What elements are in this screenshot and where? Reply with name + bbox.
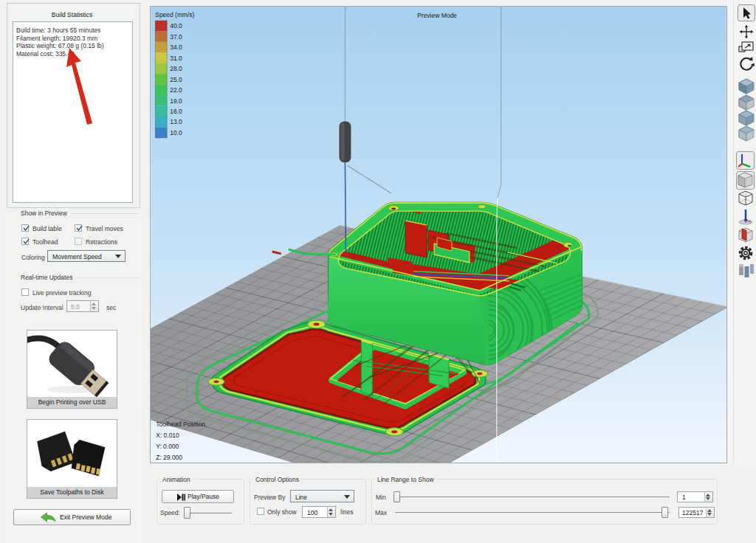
svg-text:X: 0.010: X: 0.010 <box>156 432 179 439</box>
svg-text:19.0: 19.0 <box>170 97 182 105</box>
svg-text:34.0: 34.0 <box>170 44 182 51</box>
svg-text:13.0: 13.0 <box>170 118 182 125</box>
svg-text:25.0: 25.0 <box>170 76 182 83</box>
svg-text:31.0: 31.0 <box>170 55 182 62</box>
svg-text:28.0: 28.0 <box>170 65 182 72</box>
svg-text:Z: 29.000: Z: 29.000 <box>156 454 182 461</box>
svg-text:Speed (mm/s): Speed (mm/s) <box>155 11 194 18</box>
svg-text:Preview Mode: Preview Mode <box>417 12 457 19</box>
svg-text:37.0: 37.0 <box>170 33 182 41</box>
svg-text:Y: 0.000: Y: 0.000 <box>156 443 179 450</box>
svg-text:Toolhead Position: Toolhead Position <box>156 421 205 428</box>
svg-text:16.0: 16.0 <box>170 108 182 115</box>
svg-text:40.0: 40.0 <box>170 22 182 30</box>
svg-text:22.0: 22.0 <box>170 86 182 94</box>
svg-text:10.0: 10.0 <box>170 129 182 136</box>
